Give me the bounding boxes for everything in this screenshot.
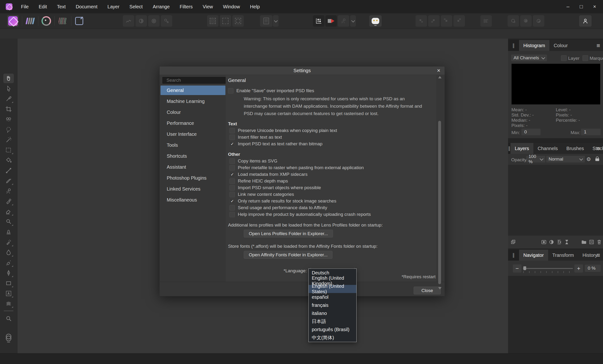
lock-icon[interactable] xyxy=(595,156,599,161)
colour-picker-tool[interactable] xyxy=(3,94,14,104)
open-lens-profiles-button[interactable]: Open Lens Profiles Folder in Explorer... xyxy=(244,230,333,238)
close-button[interactable]: Close xyxy=(414,287,441,294)
menu-edit[interactable]: Edit xyxy=(39,4,47,10)
delete-layer-icon[interactable] xyxy=(595,237,603,247)
tab-navigator[interactable]: Navigator xyxy=(519,250,548,261)
tab-channels[interactable]: Channels xyxy=(533,143,562,154)
menu-arrange[interactable]: Arrange xyxy=(153,4,170,10)
menu-view[interactable]: View xyxy=(203,4,213,10)
menu-help[interactable]: Help xyxy=(250,4,260,10)
language-option-francais[interactable]: français xyxy=(309,301,356,309)
flood-select-tool[interactable] xyxy=(3,135,14,145)
language-option-italiano[interactable]: italiano xyxy=(309,309,356,317)
sidebar-item-user-interface[interactable]: User Interface xyxy=(161,129,225,139)
psd-save-row[interactable]: Enable "Save" over imported PSD files xyxy=(228,88,433,94)
menu-text[interactable]: Text xyxy=(57,4,66,10)
checkbox-row[interactable]: ✓ Only return safe results for stock ima… xyxy=(230,198,433,204)
assistant-button[interactable] xyxy=(369,15,382,27)
settings-search[interactable] xyxy=(162,77,227,84)
open-affinity-fonts-button[interactable]: Open Affinity Fonts Folder in Explorer..… xyxy=(244,251,333,259)
tone-mapping-persona-button[interactable] xyxy=(57,15,68,27)
zoom-slider-thumb[interactable] xyxy=(523,266,526,270)
histogram-display[interactable] xyxy=(511,64,600,105)
pixel-tool[interactable] xyxy=(3,186,14,196)
gradient-tool[interactable] xyxy=(3,166,14,175)
checkbox[interactable] xyxy=(230,205,235,210)
view-tool[interactable] xyxy=(3,74,14,83)
collapse-panel-icon[interactable]: ∥ xyxy=(508,40,519,51)
layer-checkbox[interactable] xyxy=(561,55,567,61)
close-window-icon[interactable]: × xyxy=(591,4,598,10)
freehand-selection-tool[interactable] xyxy=(3,125,14,134)
maximize-icon[interactable]: □ xyxy=(578,4,585,10)
blend-mode-select[interactable]: Normal xyxy=(546,156,585,163)
healing-brush-tool[interactable] xyxy=(3,238,14,247)
content-scrollbar[interactable] xyxy=(437,76,442,286)
clone-brush-tool[interactable] xyxy=(3,227,14,237)
layer-effects-fx-icon[interactable] xyxy=(555,237,563,247)
menu-file[interactable]: File xyxy=(21,4,29,10)
checkbox[interactable] xyxy=(228,88,233,94)
paint-mixer-brush-tool[interactable] xyxy=(3,197,14,206)
checkbox[interactable]: ✓ xyxy=(230,172,235,177)
checkbox-row[interactable]: Preserve Unicode breaks when copying pla… xyxy=(230,127,433,134)
checkbox-row[interactable]: Help improve the product by automaticall… xyxy=(230,211,433,218)
colour-selector[interactable] xyxy=(3,328,14,347)
checkbox-row[interactable]: Import PSD smart objects where possible xyxy=(230,184,433,191)
smudge-brush-tool[interactable] xyxy=(3,258,14,267)
tab-histogram[interactable]: Histogram xyxy=(519,40,549,51)
sidebar-item-tools[interactable]: Tools xyxy=(161,140,225,150)
menu-document[interactable]: Document xyxy=(76,4,97,10)
sidebar-item-photoshop-plugins[interactable]: Photoshop Plugins xyxy=(161,173,225,183)
checkbox-row[interactable]: ✓ Import PSD text as text rather than bi… xyxy=(230,141,433,147)
crop-tool[interactable] xyxy=(3,104,14,114)
selection-brush-tool[interactable] xyxy=(3,115,14,124)
min-input[interactable]: 0 xyxy=(522,129,541,135)
tab-stock[interactable]: Stock xyxy=(588,143,603,154)
sidebar-item-performance[interactable]: Performance xyxy=(161,118,225,128)
sidebar-item-machine-learning[interactable]: Machine Learning xyxy=(161,97,225,106)
flood-fill-tool[interactable] xyxy=(3,155,14,165)
opacity-select[interactable]: 100 % xyxy=(526,156,545,163)
marquee-selection-tool[interactable] xyxy=(3,145,14,155)
panel-menu-icon[interactable]: ≡ xyxy=(597,42,600,49)
checkbox-row[interactable]: Prefer metafile to raster when pasting f… xyxy=(230,164,433,171)
checkbox-row[interactable]: ✓ Load metadata from XMP sidecars xyxy=(230,171,433,178)
checkbox[interactable]: ✓ xyxy=(230,141,235,147)
zoom-tool[interactable] xyxy=(3,314,14,323)
develop-persona-button[interactable] xyxy=(41,15,52,27)
photo-persona-button[interactable] xyxy=(7,15,19,27)
tab-transform[interactable]: Transform xyxy=(548,250,578,261)
sidebar-item-linked-services[interactable]: Linked Services xyxy=(161,184,225,194)
scroll-up-icon[interactable] xyxy=(438,76,441,78)
checkbox[interactable] xyxy=(230,212,235,217)
language-option-chinese-simplified[interactable]: 中文(简体) xyxy=(309,333,356,342)
blur-brush-tool[interactable] xyxy=(3,248,14,257)
checkbox-row[interactable]: Insert filler text as text xyxy=(230,134,433,141)
checkbox-row[interactable]: Link new content categories xyxy=(230,191,433,198)
mesh-warp-tool[interactable] xyxy=(3,299,14,309)
zoom-percent-value[interactable]: 0 % xyxy=(585,265,601,272)
dodge-brush-tool[interactable] xyxy=(3,217,14,227)
checkbox[interactable] xyxy=(230,135,235,140)
eraser-tool[interactable] xyxy=(3,207,14,216)
force-pixel-alignment-button[interactable] xyxy=(313,15,325,27)
export-persona-button[interactable] xyxy=(73,15,85,27)
max-input[interactable]: 1 xyxy=(581,129,601,135)
sidebar-item-miscellaneous[interactable]: Miscellaneous xyxy=(161,195,225,205)
tab-brushes[interactable]: Brushes xyxy=(562,143,588,154)
sidebar-item-assistant[interactable]: Assistant xyxy=(161,162,225,172)
language-option-portugues-brasil[interactable]: português (Brasil) xyxy=(309,325,356,333)
checkbox-row[interactable]: Send usage and performance data to Affin… xyxy=(230,204,433,211)
dialog-close-icon[interactable]: × xyxy=(435,66,442,75)
checkbox-row[interactable]: Copy items as SVG xyxy=(230,158,433,164)
paint-brush-tool[interactable] xyxy=(3,176,14,186)
checkbox-row[interactable]: Refine HEIC depth maps xyxy=(230,178,433,184)
liquify-persona-button[interactable] xyxy=(24,15,36,27)
checkbox[interactable] xyxy=(230,165,235,171)
collapse-panel-icon[interactable]: ∥ xyxy=(508,143,510,154)
group-layers-icon[interactable] xyxy=(580,237,588,247)
tab-colour[interactable]: Colour xyxy=(549,40,572,51)
zoom-out-button[interactable]: − xyxy=(513,265,522,273)
zoom-in-button[interactable]: + xyxy=(574,265,583,273)
